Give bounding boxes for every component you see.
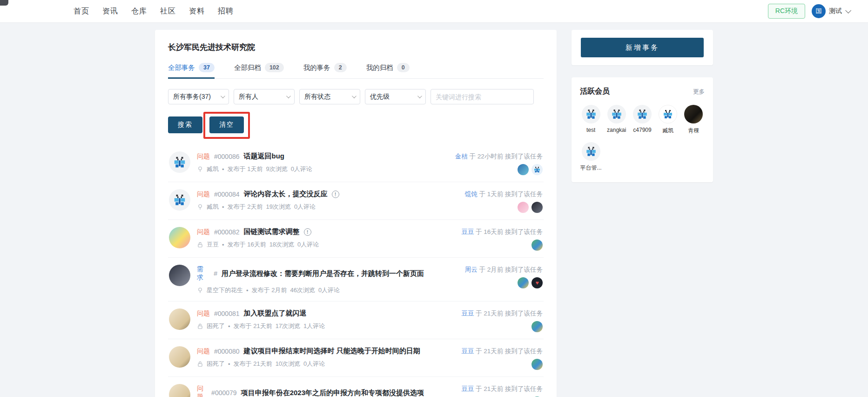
issue-comments: 0人评论 (297, 240, 319, 249)
participant-avatar[interactable] (532, 321, 543, 332)
issue-row[interactable]: 需求 # 用户登录流程修改：需要判断用户是否存在，并跳转到一个新页面 星空下的花… (168, 258, 544, 301)
member-name: 青稞 (688, 127, 699, 135)
participant-avatar[interactable] (532, 240, 543, 251)
issue-title-link[interactable]: 项目申报年份在2023年之后的申报方向和专项都没提供选项 (241, 389, 424, 397)
nav-item-repos[interactable]: 仓库 (131, 7, 147, 16)
issue-title-link[interactable]: 国链测试需求调整 (244, 227, 300, 236)
filter-issue-type-select[interactable]: 所有事务(37) (168, 89, 229, 104)
assigned-time: 于 21天前 (476, 348, 503, 355)
filter-status-select[interactable]: 所有状态 (299, 89, 360, 104)
filter-person-select[interactable]: 所有人 (234, 89, 295, 104)
tab-all-archived[interactable]: 全部归档 102 (234, 63, 284, 78)
assigned-time: 于 22小时前 (469, 153, 503, 160)
issue-author[interactable]: 臧凯 (207, 165, 219, 173)
issue-author[interactable]: 困死了 (207, 360, 225, 368)
member-item[interactable]: c47909 (631, 105, 653, 135)
assignee-link[interactable]: 豆豆 (461, 228, 474, 235)
tab-my-archived[interactable]: 我的归档 0 (366, 63, 410, 78)
issue-views: 18次浏览 (269, 240, 294, 249)
member-avatar[interactable] (633, 105, 652, 123)
clear-button[interactable]: 清空 (209, 116, 244, 133)
author-avatar[interactable] (169, 346, 190, 368)
issue-title-link[interactable]: 用户登录流程修改：需要判断用户是否存在，并跳转到一个新页面 (222, 269, 424, 278)
issue-id: #000081 (214, 310, 240, 317)
assignee-link[interactable]: 豆豆 (461, 385, 474, 392)
participant-avatar[interactable] (518, 202, 529, 213)
author-avatar[interactable] (169, 265, 190, 286)
issue-row[interactable]: 问题 #000080 建议项目申报结束时间选择时 只能选晚于开始时间的日期 困死… (168, 339, 544, 377)
member-item[interactable]: 青稞 (683, 105, 705, 135)
issue-author[interactable]: 豆豆 (207, 240, 219, 249)
issue-id: #000082 (214, 228, 240, 236)
member-item[interactable]: 臧凯 (657, 105, 679, 135)
user-avatar[interactable]: 国 (812, 4, 826, 18)
author-avatar[interactable] (169, 189, 190, 211)
primary-nav: 首页 资讯 仓库 社区 资料 招聘 (74, 7, 234, 16)
author-avatar[interactable] (169, 227, 190, 248)
participant-avatar[interactable] (532, 202, 543, 213)
member-avatar[interactable] (607, 105, 626, 123)
author-avatar[interactable] (169, 151, 190, 173)
issue-author[interactable]: 星空下的花生 (207, 286, 243, 294)
issue-row[interactable]: 问题 #000082 国链测试需求调整 ! 豆豆• 发布于 16天前 18次浏览… (168, 220, 544, 258)
logo-fragment (0, 0, 8, 6)
assignee-link[interactable]: 馄饨 (465, 191, 478, 198)
member-avatar[interactable] (684, 105, 703, 123)
assigned-action: 接到了该任务 (505, 153, 543, 160)
issue-row[interactable]: 问题 #000081 加入联盟点了就闪退 困死了• 发布于 21天前 17次浏览… (168, 301, 544, 339)
user-menu[interactable]: 国 测试 (812, 4, 849, 18)
member-item[interactable]: 平台管... (580, 142, 602, 172)
author-avatar[interactable] (169, 384, 190, 397)
tab-all-issues[interactable]: 全部事务 37 (168, 63, 215, 78)
new-issue-button[interactable]: 新增事务 (581, 38, 704, 57)
issue-row[interactable]: 问题 #000086 话题返回bug 臧凯• 发布于 1天前 9次浏览 0人评论 (168, 144, 544, 182)
issue-title-link[interactable]: 加入联盟点了就闪退 (244, 309, 307, 318)
member-avatar[interactable] (582, 105, 600, 123)
lock-icon (197, 361, 203, 367)
assigned-action: 接到了该任务 (505, 348, 543, 355)
issue-row[interactable]: 问题 #000079 项目申报年份在2023年之后的申报方向和专项都没提供选项 … (168, 377, 544, 397)
nav-item-resources[interactable]: 资料 (189, 7, 205, 16)
keyword-search-input[interactable] (431, 89, 534, 104)
member-item[interactable]: test (580, 105, 602, 135)
issue-title-link[interactable]: 评论内容太长，提交没反应 (244, 190, 328, 198)
tab-label: 全部归档 (234, 63, 261, 72)
member-avatar[interactable] (582, 142, 600, 161)
assignee-link[interactable]: 豆豆 (461, 310, 474, 317)
filter-priority-select[interactable]: 优先级 (365, 89, 426, 104)
participant-avatar[interactable] (532, 359, 543, 370)
nav-item-news[interactable]: 资讯 (102, 7, 118, 16)
issue-published: 发布于 16天前 (228, 240, 266, 249)
author-avatar[interactable] (169, 308, 190, 330)
assignee-link[interactable]: 豆豆 (461, 348, 474, 355)
nav-item-jobs[interactable]: 招聘 (218, 7, 234, 16)
member-avatar[interactable] (659, 105, 677, 123)
participant-avatar[interactable] (518, 277, 529, 288)
assigned-time: 于 2月前 (479, 266, 503, 273)
issue-title-link[interactable]: 话题返回bug (244, 152, 285, 161)
participant-avatar[interactable] (532, 164, 543, 175)
search-button[interactable]: 搜索 (168, 116, 202, 133)
key-icon (197, 204, 203, 210)
rc-env-button[interactable]: RC环境 (768, 4, 805, 19)
issue-title-link[interactable]: 建议项目申报结束时间选择时 只能选晚于开始时间的日期 (244, 347, 420, 356)
assignee-link[interactable]: 周云 (465, 266, 478, 273)
assigned-action: 接到了该任务 (505, 228, 543, 235)
participant-avatar[interactable]: ♥ (532, 277, 543, 288)
nav-item-home[interactable]: 首页 (74, 7, 89, 16)
issue-author[interactable]: 困死了 (207, 322, 225, 330)
issue-row[interactable]: 问题 #000084 评论内容太长，提交没反应 ! 臧凯• 发布于 2天前 19… (168, 182, 544, 220)
participant-avatar[interactable] (518, 164, 529, 175)
issue-tag: 问题 (197, 309, 210, 318)
assignee-link[interactable]: 金桔 (455, 153, 468, 160)
action-buttons-row: 搜索 清空 (168, 116, 544, 133)
nav-item-community[interactable]: 社区 (160, 7, 176, 16)
member-item[interactable]: zangkai (606, 105, 627, 135)
key-icon (197, 287, 203, 294)
page-title: 长沙军民先进技术研究院 (168, 42, 544, 53)
assigned-action: 接到了该任务 (505, 191, 543, 198)
issue-author[interactable]: 臧凯 (207, 203, 219, 211)
more-link[interactable]: 更多 (693, 88, 705, 96)
member-name: zangkai (607, 127, 626, 133)
tab-my-issues[interactable]: 我的事务 2 (303, 63, 347, 78)
